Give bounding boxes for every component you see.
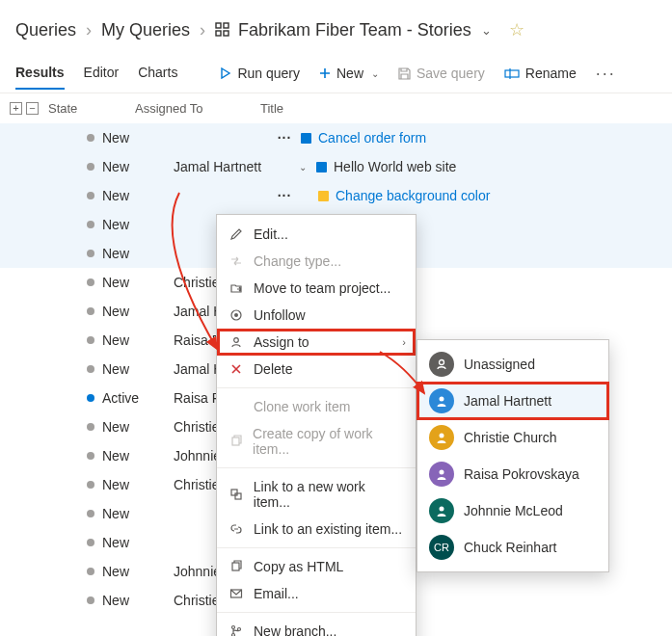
breadcrumb: Queries › My Queries › Fabrikam Fiber Te… (0, 0, 672, 54)
assign-jamal-hartnett[interactable]: Jamal Hartnett (417, 383, 608, 419)
state-cell: New (87, 361, 174, 377)
save-query-button[interactable]: Save query (398, 66, 485, 81)
link-icon (228, 522, 244, 536)
table-row[interactable]: NewJamal Hartnett⌄Hello World web site (0, 152, 672, 181)
save-icon (398, 67, 411, 80)
row-more-icon[interactable]: ··· (270, 130, 299, 146)
svg-point-29 (440, 397, 444, 402)
breadcrumb-current[interactable]: Fabrikam Fiber Team - Stories ⌄ (215, 20, 492, 40)
state-dot-icon (87, 307, 94, 315)
state-cell: New (87, 217, 174, 232)
breadcrumb-queries[interactable]: Queries (15, 20, 76, 40)
title-cell[interactable]: Change background color (299, 188, 672, 203)
expand-collapse-controls: + − (10, 102, 48, 115)
ctx-copy-html[interactable]: Copy as HTML (217, 553, 416, 580)
copy-html-icon (228, 560, 244, 573)
svg-rect-11 (318, 167, 325, 169)
run-query-button[interactable]: Run query (220, 66, 300, 81)
chevron-down-icon[interactable]: ⌄ (299, 162, 307, 172)
ctx-edit[interactable]: Edit... (217, 221, 416, 248)
svg-rect-7 (303, 138, 309, 140)
assign-johnnie-mcleod[interactable]: Johnnie McLeod (417, 492, 608, 529)
state-dot-icon (87, 365, 94, 373)
chevron-right-icon: › (402, 336, 406, 348)
assign-chuck-reinhart[interactable]: CR Chuck Reinhart (417, 529, 608, 566)
assign-christie-church[interactable]: Christie Church (417, 419, 608, 456)
context-menu: Edit... Change type... Move to team proj… (216, 214, 417, 636)
breadcrumb-title: Fabrikam Fiber Team - Stories (238, 20, 471, 40)
play-icon (220, 67, 231, 79)
svg-rect-6 (303, 135, 309, 137)
svg-point-18 (234, 313, 238, 317)
ctx-email[interactable]: Email... (217, 580, 416, 607)
avatar-icon (429, 388, 454, 413)
state-dot-icon (87, 481, 94, 489)
state-cell: New (87, 332, 174, 348)
avatar-icon (429, 462, 454, 487)
title-cell[interactable]: Cancel order form (299, 130, 672, 146)
ctx-create-copy: Create copy of work item... (217, 420, 416, 463)
state-cell: New (87, 477, 174, 492)
table-row[interactable]: New···Cancel order form (0, 123, 672, 152)
state-dot-icon (87, 278, 94, 286)
svg-rect-22 (235, 493, 241, 499)
state-dot-icon (87, 596, 94, 604)
state-dot-icon (87, 452, 94, 460)
new-button[interactable]: New ⌄ (319, 66, 379, 81)
collapse-all-icon[interactable]: − (26, 102, 39, 115)
state-dot-icon (87, 394, 94, 402)
state-dot-icon (87, 568, 94, 575)
breadcrumb-my-queries[interactable]: My Queries (101, 20, 190, 40)
col-title[interactable]: Title (260, 101, 672, 116)
ctx-new-branch[interactable]: New branch... (217, 618, 416, 636)
svg-rect-2 (216, 31, 221, 36)
toolbar: Run query New ⌄ Save query Rename ··· (220, 64, 615, 84)
assign-raisa-pokrovskaya[interactable]: Raisa Pokrovskaya (417, 456, 608, 492)
ctx-link-existing[interactable]: Link to an existing item... (217, 516, 416, 543)
person-icon (228, 335, 244, 349)
ctx-change-type: Change type... (217, 248, 416, 275)
rename-button[interactable]: Rename (504, 66, 577, 81)
svg-rect-10 (318, 164, 325, 166)
move-icon (228, 281, 244, 295)
svg-rect-1 (224, 23, 228, 28)
task-icon (316, 189, 330, 202)
chevron-down-icon[interactable]: ⌄ (481, 23, 492, 38)
assign-unassigned[interactable]: Unassigned (417, 346, 608, 383)
ctx-assign-to[interactable]: Assign to › (217, 329, 416, 356)
state-dot-icon (87, 163, 94, 171)
state-cell: New (87, 304, 174, 319)
ctx-link-new[interactable]: Link to a new work item... (217, 473, 416, 516)
toolbar-more-icon[interactable]: ··· (596, 64, 616, 84)
ctx-unfollow[interactable]: Unfollow (217, 302, 416, 329)
tab-editor[interactable]: Editor (84, 57, 120, 90)
title-cell: ⌄Hello World web site (299, 159, 672, 174)
state-dot-icon (87, 423, 94, 431)
plus-icon (319, 67, 331, 79)
svg-rect-14 (320, 193, 327, 195)
svg-rect-3 (224, 31, 228, 36)
separator (217, 547, 416, 548)
state-dot-icon (87, 134, 94, 142)
table-row[interactable]: New···Change background color (0, 181, 672, 210)
row-more-icon[interactable]: ··· (270, 188, 299, 203)
col-assigned[interactable]: Assigned To (135, 101, 260, 116)
ctx-move[interactable]: Move to team project... (217, 275, 416, 302)
state-dot-icon (87, 192, 94, 199)
svg-rect-0 (216, 23, 221, 28)
chevron-right-icon: › (86, 20, 92, 40)
ctx-delete[interactable]: Delete (217, 356, 416, 383)
chevron-down-icon: ⌄ (371, 68, 379, 79)
avatar-icon (429, 498, 454, 523)
tab-charts[interactable]: Charts (138, 57, 177, 90)
query-grid-icon (215, 22, 230, 38)
tabs-toolbar: Results Editor Charts Run query New ⌄ Sa… (0, 54, 672, 93)
tab-results[interactable]: Results (15, 57, 65, 90)
avatar-icon (429, 425, 454, 450)
favorite-star-icon[interactable]: ☆ (509, 19, 524, 40)
col-state[interactable]: State (48, 101, 135, 116)
separator (217, 467, 416, 468)
svg-rect-15 (320, 196, 327, 198)
state-cell: New (87, 593, 174, 608)
expand-all-icon[interactable]: + (10, 102, 22, 115)
